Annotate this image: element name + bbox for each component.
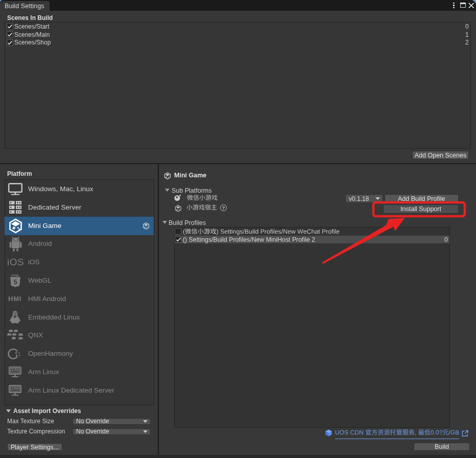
svg-text:HTML: HTML	[11, 273, 19, 277]
svg-text:ARM: ARM	[11, 387, 18, 391]
svg-text:ARM: ARM	[11, 369, 18, 372]
svg-text:5: 5	[13, 278, 17, 286]
